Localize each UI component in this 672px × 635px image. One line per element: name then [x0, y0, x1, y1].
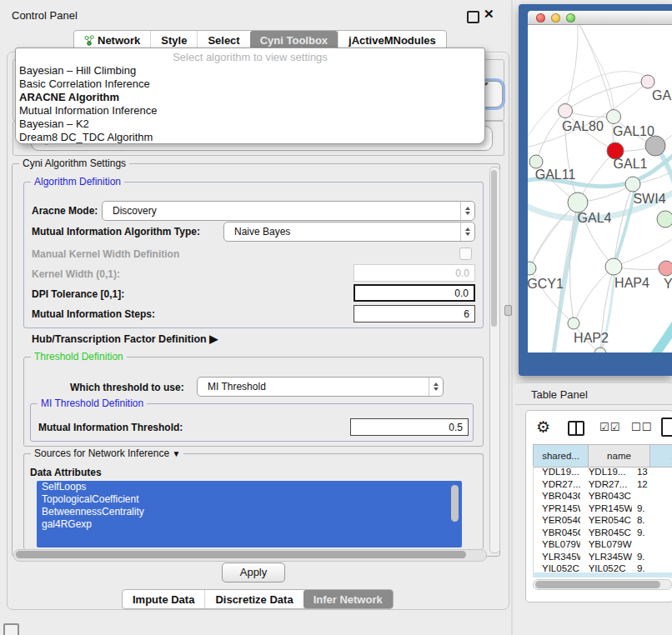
- list-scrollbar-thumb[interactable]: [451, 485, 459, 522]
- sources-title[interactable]: Sources for Network Inference ▼: [31, 448, 183, 459]
- dropdown-item[interactable]: Bayesian – K2: [16, 118, 484, 131]
- apply-button[interactable]: Apply: [222, 562, 285, 582]
- table-row[interactable]: YLR345WYLR345W9.: [534, 551, 672, 563]
- dropdown-item[interactable]: Bayesian – Hill Climbing: [16, 64, 484, 78]
- column-header[interactable]: A: [650, 445, 672, 467]
- scrollbar-thumb[interactable]: [491, 170, 497, 327]
- close-panel-icon[interactable]: ✕: [484, 7, 494, 22]
- minimize-traffic-light-icon[interactable]: [551, 13, 560, 22]
- tab-label: Impute Data: [133, 593, 194, 606]
- close-traffic-light-icon[interactable]: [536, 13, 545, 22]
- row-selection-strip: [533, 572, 672, 578]
- scrollbar-thumb[interactable]: [535, 581, 660, 588]
- network-node[interactable]: [528, 262, 536, 275]
- collapsed-panel-icon[interactable]: [3, 623, 19, 635]
- table-row[interactable]: YBL079WYBL079W: [534, 538, 672, 551]
- algorithm-definition-title: Algorithm Definition: [31, 176, 124, 188]
- threshold-definition-title: Threshold Definition: [31, 351, 127, 362]
- tab-jactivemnodules[interactable]: jActiveMNodules: [338, 31, 446, 49]
- node-label: GAL10: [613, 124, 654, 138]
- table-row[interactable]: YDR27...YDR27...12: [534, 478, 672, 491]
- table-cell: YDR27...: [534, 478, 580, 491]
- manual-kernel-label: Manual Kernel Width Definition: [32, 248, 179, 260]
- aracne-mode-combo[interactable]: Discovery: [102, 201, 475, 221]
- mi-threshold-field[interactable]: [350, 418, 469, 436]
- panel-splitter[interactable]: [511, 0, 513, 635]
- tab-label: Select: [208, 34, 239, 47]
- network-node[interactable]: [657, 211, 672, 228]
- gear-icon[interactable]: ⚙: [536, 418, 550, 437]
- network-node[interactable]: [645, 136, 665, 156]
- settings-horizontal-scrollbar[interactable]: [13, 549, 487, 562]
- zoom-traffic-light-icon[interactable]: [566, 13, 575, 22]
- table-panel-title: Table Panel: [515, 382, 672, 405]
- network-node[interactable]: [559, 104, 573, 118]
- dropdown-item[interactable]: ARACNE Algorithm: [16, 91, 484, 104]
- network-window-titlebar[interactable]: [528, 11, 672, 25]
- dropdown-item[interactable]: Dream8 DC_TDC Algorithm: [16, 131, 484, 144]
- network-node[interactable]: [529, 155, 543, 168]
- network-node[interactable]: [659, 261, 672, 276]
- table-cell: YDL19...: [580, 466, 632, 478]
- manual-kernel-checkbox[interactable]: [459, 248, 472, 260]
- select-all-columns-icon[interactable]: ☑☑: [599, 421, 620, 433]
- tab-label: Style: [161, 34, 187, 47]
- splitter-handle-icon[interactable]: [504, 305, 512, 316]
- network-node[interactable]: [568, 192, 588, 212]
- dropdown-item[interactable]: Mutual Information Inference: [16, 104, 484, 118]
- table-row[interactable]: YIL052CYIL052C9.: [534, 562, 672, 572]
- which-threshold-combo[interactable]: MI Threshold: [197, 377, 444, 397]
- table-horizontal-scrollbar[interactable]: [533, 579, 672, 590]
- chevron-right-icon: ▶: [209, 332, 218, 345]
- table-row[interactable]: YBR045CYBR045C9.: [534, 527, 672, 539]
- columns-icon[interactable]: [568, 421, 584, 436]
- hub-definition-toggle[interactable]: Hub/Transcription Factor Definition ▶: [32, 332, 218, 345]
- network-node[interactable]: [607, 110, 621, 124]
- table-row[interactable]: YBR043CYBR043C: [534, 490, 672, 502]
- data-attribute-item[interactable]: SelfLoops: [37, 481, 462, 493]
- network-node[interactable]: [594, 348, 606, 352]
- settings-vertical-scrollbar[interactable]: [489, 167, 500, 553]
- tab-discretize-data[interactable]: Discretize Data: [204, 590, 303, 608]
- float-window-icon[interactable]: [467, 11, 479, 23]
- scrollbar-thumb[interactable]: [16, 551, 466, 558]
- column-header[interactable]: name: [589, 445, 650, 467]
- data-attributes-list[interactable]: SelfLoopsTopologicalCoefficientBetweenne…: [37, 481, 462, 548]
- network-canvas[interactable]: GALGAL80GAL10GAL11SWI4GAL4GCY1HAP4YHAP2G…: [528, 25, 672, 352]
- mi-type-combo[interactable]: Naive Bayes: [223, 222, 475, 242]
- table-row[interactable]: YDL19...YDL19...13: [534, 466, 672, 478]
- dropdown-item[interactable]: Basic Correlation Inference: [16, 78, 484, 91]
- network-node[interactable]: [605, 258, 622, 275]
- thick-edge: [614, 192, 634, 265]
- dpi-tolerance-field[interactable]: [354, 284, 475, 302]
- kernel-width-field[interactable]: [354, 264, 475, 282]
- node-label: HAP4: [614, 276, 649, 290]
- network-node[interactable]: [641, 75, 654, 88]
- export-table-icon[interactable]: [661, 418, 672, 437]
- table-cell: YDL19...: [534, 466, 580, 478]
- node-label: GCY1: [528, 277, 564, 291]
- table-cell: [632, 538, 672, 551]
- tab-select[interactable]: Select: [197, 31, 249, 49]
- tab-style[interactable]: Style: [150, 31, 197, 49]
- table-row[interactable]: YER054CYER054C8.: [534, 514, 672, 527]
- screen: { "window": {"title": "Control Panel"}, …: [0, 0, 672, 635]
- spinner-icon: [460, 202, 474, 220]
- data-attribute-item[interactable]: BetweennessCentrality: [37, 506, 462, 518]
- table-cell: 9.: [632, 502, 672, 515]
- network-node[interactable]: [625, 177, 640, 192]
- table-row[interactable]: YPR145WYPR145W9.: [534, 502, 672, 515]
- network-node[interactable]: [568, 318, 579, 329]
- data-attribute-item[interactable]: TopologicalCoefficient: [37, 493, 462, 506]
- tab-cyni-toolbox[interactable]: Cyni Toolbox: [250, 31, 338, 49]
- mi-steps-field[interactable]: [354, 305, 475, 322]
- data-attribute-item[interactable]: gal4RGexp: [37, 518, 462, 531]
- spinner-icon: [429, 378, 443, 396]
- tab-network[interactable]: Network: [74, 31, 150, 49]
- column-header[interactable]: shared...: [534, 445, 589, 467]
- deselect-all-columns-icon[interactable]: ☐☐: [631, 421, 652, 433]
- edge: [565, 25, 578, 111]
- tab-infer-network[interactable]: Infer Network: [303, 590, 393, 608]
- table-cell: YPR145W: [534, 502, 580, 515]
- tab-impute-data[interactable]: Impute Data: [123, 590, 204, 608]
